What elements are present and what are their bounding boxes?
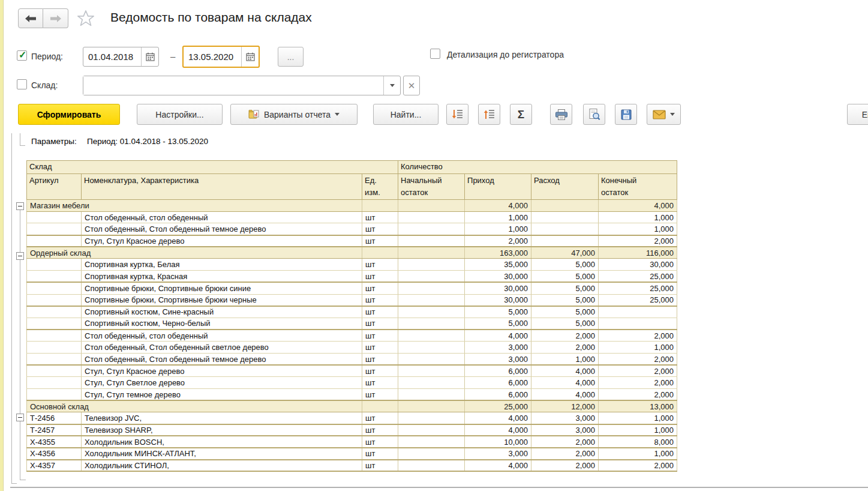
expense-cell[interactable]: [531, 223, 599, 235]
nomenclature-cell[interactable]: Стол обеденный, Стол обеденный темное де…: [82, 353, 362, 365]
nomenclature-cell[interactable]: Стул, Стул Светлое дерево: [82, 377, 362, 389]
expense-cell[interactable]: 5,000: [531, 282, 599, 294]
unit-cell[interactable]: [362, 200, 398, 212]
start-balance-cell[interactable]: [398, 318, 465, 330]
back-button[interactable]: [18, 8, 43, 28]
unit-cell[interactable]: шт: [362, 330, 398, 342]
end-balance-cell[interactable]: 1,000: [599, 424, 677, 436]
unit-cell[interactable]: шт: [362, 235, 398, 247]
expense-cell[interactable]: [531, 235, 599, 247]
expense-cell[interactable]: 5,000: [531, 271, 599, 283]
unit-cell[interactable]: шт: [362, 318, 398, 330]
income-cell[interactable]: 5,000: [465, 306, 531, 318]
article-cell[interactable]: [27, 330, 82, 342]
expense-cell[interactable]: 2,000: [531, 448, 599, 460]
detail-checkbox[interactable]: [430, 49, 440, 59]
expense-cell[interactable]: 5,000: [531, 318, 599, 330]
article-cell[interactable]: [27, 259, 82, 271]
sklad-clear-button[interactable]: ✕: [403, 76, 420, 95]
nomenclature-cell[interactable]: Стол обеденный, Стол обеденный светлое д…: [82, 342, 362, 354]
unit-cell[interactable]: шт: [362, 424, 398, 436]
start-balance-cell[interactable]: [398, 330, 465, 342]
nomenclature-cell[interactable]: Спортивная куртка, Красная: [82, 271, 362, 283]
end-balance-cell[interactable]: 25,000: [599, 271, 677, 283]
group-name-cell[interactable]: Основной склад: [27, 400, 362, 412]
end-balance-cell[interactable]: 2,000: [599, 365, 677, 377]
sklad-dropdown-button[interactable]: [383, 76, 400, 95]
period-checkbox[interactable]: [17, 50, 27, 61]
article-cell[interactable]: Х-4355: [27, 436, 82, 448]
end-balance-cell[interactable]: 1,000: [599, 448, 677, 460]
start-balance-cell[interactable]: [398, 282, 465, 294]
nomenclature-cell[interactable]: Холодильник МИНСК-АТЛАНТ,: [82, 448, 362, 460]
print-button[interactable]: [550, 104, 572, 125]
group-name-cell[interactable]: Магазин мебели: [27, 200, 362, 212]
expense-cell[interactable]: [531, 200, 599, 212]
end-balance-cell[interactable]: 1,000: [599, 223, 677, 235]
calendar-button[interactable]: [241, 47, 259, 67]
income-cell[interactable]: 4,000: [465, 330, 531, 342]
expense-cell[interactable]: 1,000: [531, 353, 599, 365]
article-cell[interactable]: [27, 365, 82, 377]
income-cell[interactable]: 30,000: [465, 294, 531, 306]
end-balance-cell[interactable]: 13,000: [599, 400, 677, 412]
expense-cell[interactable]: 5,000: [531, 294, 599, 306]
end-balance-cell[interactable]: 2,000: [599, 377, 677, 389]
collapse-group-icon[interactable]: [16, 252, 24, 260]
end-balance-cell[interactable]: 4,000: [599, 200, 677, 212]
expense-cell[interactable]: [531, 211, 599, 223]
income-cell[interactable]: 6,000: [465, 365, 531, 377]
unit-cell[interactable]: шт: [362, 365, 398, 377]
income-cell[interactable]: 6,000: [465, 377, 531, 389]
article-cell[interactable]: [27, 377, 82, 389]
unit-cell[interactable]: шт: [362, 259, 398, 271]
sklad-input[interactable]: [83, 76, 383, 95]
unit-cell[interactable]: шт: [362, 282, 398, 294]
nomenclature-cell[interactable]: Холодильник СТИНОЛ,: [82, 460, 362, 472]
period-more-button[interactable]: ...: [278, 47, 304, 67]
article-cell[interactable]: [27, 353, 82, 365]
expense-cell[interactable]: 47,000: [531, 247, 599, 259]
income-cell[interactable]: 6,000: [465, 389, 531, 401]
article-cell[interactable]: Х-4357: [27, 460, 82, 472]
end-balance-cell[interactable]: 30,000: [599, 259, 677, 271]
forward-button[interactable]: [43, 8, 68, 28]
calendar-button[interactable]: [141, 47, 158, 66]
income-cell[interactable]: 1,000: [465, 223, 531, 235]
unit-cell[interactable]: шт: [362, 412, 398, 424]
start-balance-cell[interactable]: [398, 235, 465, 247]
sklad-checkbox[interactable]: [17, 79, 27, 89]
expense-cell[interactable]: 2,000: [531, 460, 599, 472]
article-cell[interactable]: [27, 342, 82, 354]
end-balance-cell[interactable]: 8,000: [599, 436, 677, 448]
expense-cell[interactable]: 4,000: [531, 377, 599, 389]
unit-cell[interactable]: шт: [362, 294, 398, 306]
income-cell[interactable]: 5,000: [465, 318, 531, 330]
income-cell[interactable]: 4,000: [465, 424, 531, 436]
sort-ascending-button[interactable]: [478, 104, 500, 125]
nomenclature-cell[interactable]: Телевизор SHARP,: [82, 424, 362, 436]
nomenclature-cell[interactable]: Спортивные брюки, Спортивные брюки черны…: [82, 294, 362, 306]
start-balance-cell[interactable]: [398, 389, 465, 401]
unit-cell[interactable]: шт: [362, 223, 398, 235]
article-cell[interactable]: [27, 389, 82, 401]
article-cell[interactable]: [27, 294, 82, 306]
article-cell[interactable]: [27, 271, 82, 283]
period-to-input[interactable]: [184, 47, 241, 67]
start-balance-cell[interactable]: [398, 365, 465, 377]
nomenclature-cell[interactable]: Стол обеденный, Стол обеденный темное де…: [82, 223, 362, 235]
income-cell[interactable]: 1,000: [465, 211, 531, 223]
unit-cell[interactable]: шт: [362, 377, 398, 389]
end-balance-cell[interactable]: 25,000: [599, 294, 677, 306]
article-cell[interactable]: [27, 223, 82, 235]
article-cell[interactable]: Х-4356: [27, 448, 82, 460]
income-cell[interactable]: 4,000: [465, 200, 531, 212]
start-balance-cell[interactable]: [398, 400, 465, 412]
start-balance-cell[interactable]: [398, 412, 465, 424]
end-balance-cell[interactable]: [599, 318, 677, 330]
start-balance-cell[interactable]: [398, 342, 465, 354]
nomenclature-cell[interactable]: Спортивный костюм, Сине-красный: [82, 306, 362, 318]
income-cell[interactable]: 4,000: [465, 460, 531, 472]
nomenclature-cell[interactable]: Стул, Стул темное дерево: [82, 389, 362, 401]
expense-cell[interactable]: 12,000: [531, 400, 599, 412]
